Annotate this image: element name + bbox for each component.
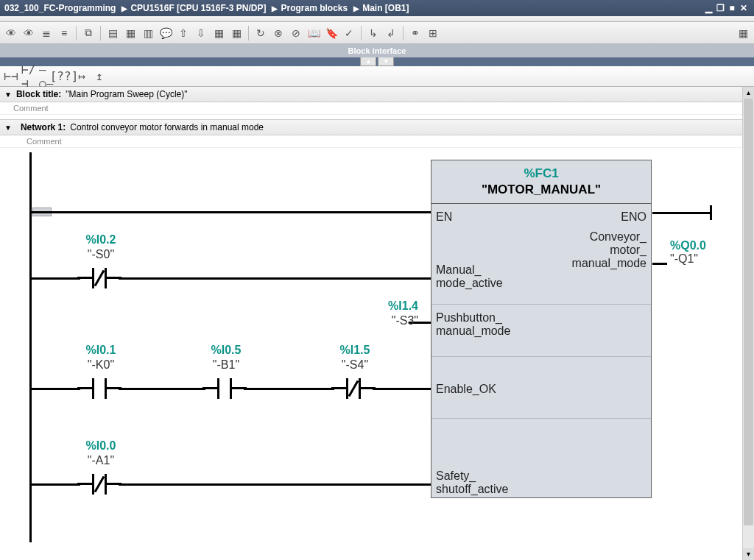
- rung-en: [29, 211, 431, 213]
- tool-operand-down-icon[interactable]: ⇩: [193, 25, 209, 41]
- vertical-scrollbar[interactable]: ▴ ▾: [742, 87, 754, 560]
- scroll-down-icon[interactable]: ▾: [743, 548, 754, 560]
- lad-branch-open-icon[interactable]: ↦: [74, 68, 90, 85]
- pin-safety: Safety_ shutoff_active: [436, 469, 508, 496]
- interface-expand-down-icon[interactable]: ▾: [378, 57, 394, 66]
- contact-a1-sym: "-A1": [75, 454, 127, 467]
- maximize-button[interactable]: ■: [726, 3, 738, 13]
- tool-monitor-off-icon[interactable]: 👁: [21, 25, 37, 41]
- close-button[interactable]: ✕: [738, 3, 750, 13]
- block-interface-label: Block interface: [348, 46, 406, 55]
- ladder-diagram[interactable]: %I0.2 "-S0" %I0.1 "-K0" %I0.5 "-B1": [22, 152, 742, 542]
- contact-s3-addr: %I1.4: [367, 300, 418, 313]
- tool-book-icon[interactable]: 📖: [306, 25, 322, 41]
- contact-k0-addr: %I0.1: [75, 344, 127, 357]
- tool-goto2-icon[interactable]: ↲: [383, 25, 399, 41]
- breadcrumb-3[interactable]: Main [OB1]: [362, 3, 409, 13]
- network-collapse-icon[interactable]: ▼: [4, 124, 12, 132]
- contact-b1[interactable]: [210, 378, 239, 399]
- lad-no-contact-icon[interactable]: ⊢⊣: [3, 68, 19, 85]
- tool-monitor-on-icon[interactable]: 👁: [3, 25, 19, 41]
- ladder-toolbar: ⊢⊣ ⊢/⊣ –○– [??] ↦ ↥: [0, 66, 754, 87]
- fc-header: %FC1 "MOTOR_MANUAL": [431, 160, 651, 204]
- toolbar-spacer: [0, 16, 754, 22]
- tool-filter-icon[interactable]: ≣: [38, 25, 54, 41]
- pin-en: EN: [436, 210, 452, 224]
- contact-a1-addr: %I0.0: [75, 439, 127, 453]
- breadcrumb-sep: ▶: [353, 4, 359, 13]
- tool-error-icon[interactable]: ⊗: [270, 25, 286, 41]
- tool-tag-icon[interactable]: 🔖: [323, 25, 339, 41]
- tool-list3-icon[interactable]: ▥: [140, 25, 156, 41]
- restore-button[interactable]: ❐: [714, 3, 726, 13]
- network-header: ▼ Network 1: Control conveyor motor forw…: [0, 119, 742, 135]
- tool-settings-icon[interactable]: ▦: [735, 25, 751, 41]
- block-interface-bar[interactable]: Block interface ▴ ▾: [0, 44, 754, 57]
- contact-s4-sym: "-S4": [329, 358, 381, 372]
- pin-pushbutton: Pushbutton_ manual_mode: [436, 311, 510, 338]
- contact-s0-addr: %I0.2: [75, 233, 127, 247]
- tool-grid1-icon[interactable]: ▦: [211, 25, 227, 41]
- network-comment[interactable]: Comment: [0, 135, 742, 148]
- block-title-row: ▼ Block title: "Main Program Sweep (Cycl…: [0, 87, 742, 102]
- eno-wire: [652, 212, 711, 214]
- fc-address: %FC1: [434, 166, 648, 181]
- pin-manual-mode: Manual_ mode_active: [436, 263, 503, 290]
- tool-list2-icon[interactable]: ▦: [122, 25, 138, 41]
- tool-copy-icon[interactable]: ⧉: [80, 25, 96, 41]
- title-bar: 032_100_FC-Programming ▶ CPU1516F [CPU 1…: [0, 0, 754, 16]
- scroll-up-icon[interactable]: ▴: [743, 87, 754, 99]
- fc-block[interactable]: %FC1 "MOTOR_MANUAL" EN ENO Conveyor_ mot…: [431, 160, 652, 498]
- block-title-label: Block title:: [16, 89, 61, 99]
- output-wire: [652, 263, 667, 265]
- tool-expand-icon[interactable]: ≡: [56, 25, 72, 41]
- editor-area: ▼ Block title: "Main Program Sweep (Cycl…: [0, 87, 742, 560]
- lad-branch-close-icon[interactable]: ↥: [91, 68, 108, 85]
- fc-name: "MOTOR_MANUAL": [434, 182, 648, 197]
- tool-link-icon[interactable]: ⚭: [407, 25, 423, 41]
- block-title-value[interactable]: "Main Program Sweep (Cycle)": [66, 89, 187, 99]
- network-title[interactable]: Control conveyor motor forwards in manua…: [70, 122, 264, 132]
- contact-k0[interactable]: [85, 378, 114, 399]
- contact-b1-sym: "-B1": [200, 358, 252, 372]
- contact-s0[interactable]: [85, 268, 114, 288]
- tool-structure-icon[interactable]: ⊞: [425, 25, 441, 41]
- tool-goto-icon[interactable]: ↳: [365, 25, 381, 41]
- eno-terminator: [710, 205, 712, 220]
- contact-k0-sym: "-K0": [75, 358, 127, 372]
- tool-update-icon[interactable]: ↻: [253, 25, 269, 41]
- tool-comment-icon[interactable]: 💬: [158, 25, 174, 41]
- main-toolbar: 👁 👁 ≣ ≡ ⧉ ▤ ▦ ▥ 💬 ⇧ ⇩ ▦ ▦ ↻ ⊗ ⊘ 📖 🔖 ✓ ↳ …: [0, 22, 754, 44]
- contact-s0-sym: "-S0": [75, 248, 127, 261]
- interface-collapse-up-icon[interactable]: ▴: [360, 57, 376, 66]
- tool-grid2-icon[interactable]: ▦: [228, 25, 244, 41]
- tool-operand-up-icon[interactable]: ⇧: [175, 25, 191, 41]
- contact-s4-addr: %I1.5: [329, 344, 381, 357]
- tool-list1-icon[interactable]: ▤: [105, 25, 121, 41]
- breadcrumb-1[interactable]: CPU1516F [CPU 1516F-3 PN/DP]: [130, 3, 266, 13]
- contact-b1-addr: %I0.5: [200, 344, 252, 357]
- lad-nc-contact-icon[interactable]: ⊢/⊣: [21, 68, 37, 85]
- breadcrumb-2[interactable]: Program blocks: [281, 3, 348, 13]
- contact-s3-sym: "-S3": [367, 314, 418, 327]
- tool-warn-icon[interactable]: ⊘: [288, 25, 304, 41]
- breadcrumb-sep: ▶: [272, 4, 278, 13]
- block-collapse-icon[interactable]: ▼: [4, 91, 12, 99]
- block-comment[interactable]: Comment: [0, 102, 742, 115]
- lad-box-icon[interactable]: [??]: [56, 68, 72, 85]
- output-q1[interactable]: %Q0.0 "-Q1": [670, 239, 706, 266]
- output-addr: %Q0.0: [670, 239, 706, 252]
- breadcrumb-0[interactable]: 032_100_FC-Programming: [4, 3, 116, 13]
- minimize-button[interactable]: ▁: [702, 3, 714, 13]
- output-sym: "-Q1": [670, 252, 706, 266]
- scroll-thumb[interactable]: [744, 99, 753, 525]
- tool-check-icon[interactable]: ✓: [341, 25, 357, 41]
- breadcrumb-sep: ▶: [121, 4, 127, 13]
- pin-enable-ok: Enable_OK: [436, 383, 496, 396]
- pin-conveyor-out: Conveyor_ motor_ manual_mode: [572, 230, 646, 270]
- contact-a1[interactable]: [85, 474, 114, 495]
- contact-s4[interactable]: [339, 378, 368, 399]
- pin-eno: ENO: [621, 210, 646, 224]
- network-label: Network 1:: [21, 122, 66, 132]
